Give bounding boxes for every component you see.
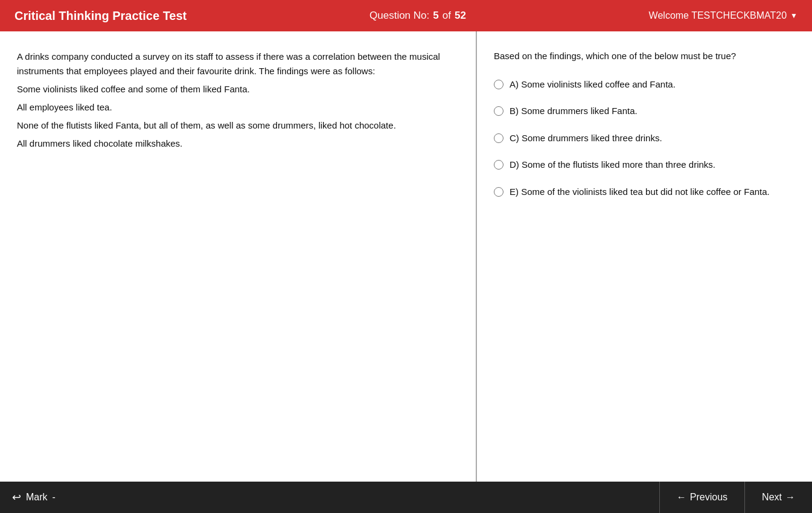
- radio-B[interactable]: [494, 106, 504, 116]
- passage-paragraph1: A drinks company conducted a survey on i…: [17, 49, 459, 78]
- radio-C[interactable]: [494, 133, 504, 143]
- question-info: Question No: 5 of 52: [369, 10, 466, 22]
- passage-line4: All drummers liked chocolate milkshakes.: [17, 136, 459, 151]
- chevron-down-icon: ▼: [790, 11, 798, 20]
- mark-label: Mark: [26, 492, 48, 503]
- option-E[interactable]: E) Some of the violinists liked tea but …: [494, 185, 795, 199]
- option-D[interactable]: D) Some of the flutists liked more than …: [494, 158, 795, 172]
- previous-label: Previous: [690, 492, 727, 503]
- mark-icon: ↩: [12, 491, 21, 504]
- question-label: Question No:: [369, 10, 429, 22]
- passage-line2: All employees liked tea.: [17, 100, 459, 115]
- app-title: Critical Thinking Practice Test: [14, 9, 187, 23]
- left-arrow-icon: ←: [677, 492, 686, 503]
- navigation-buttons: ← Previous Next →: [659, 482, 812, 513]
- label-E: E) Some of the violinists liked tea but …: [510, 185, 770, 199]
- user-menu[interactable]: Welcome TESTCHECKBMAT20 ▼: [649, 10, 798, 21]
- header: Critical Thinking Practice Test Question…: [0, 0, 812, 31]
- question-of: of: [443, 10, 451, 22]
- user-welcome-text: Welcome TESTCHECKBMAT20: [649, 10, 787, 21]
- mark-button[interactable]: ↩ Mark -: [0, 491, 68, 504]
- passage-panel: A drinks company conducted a survey on i…: [0, 31, 477, 482]
- question-text: Based on the findings, which one of the …: [494, 49, 795, 63]
- next-button[interactable]: Next →: [744, 482, 812, 513]
- label-C: C) Some drummers liked three drinks.: [510, 132, 662, 145]
- main-content: A drinks company conducted a survey on i…: [0, 31, 812, 482]
- passage-line1: Some violinists liked coffee and some of…: [17, 82, 459, 97]
- previous-button[interactable]: ← Previous: [659, 482, 744, 513]
- question-panel: Based on the findings, which one of the …: [477, 31, 812, 482]
- footer: ↩ Mark - ← Previous Next →: [0, 482, 812, 513]
- label-A: A) Some violinists liked coffee and Fant…: [510, 78, 676, 92]
- mark-dash: -: [53, 492, 56, 503]
- radio-A[interactable]: [494, 80, 504, 89]
- label-D: D) Some of the flutists liked more than …: [510, 158, 715, 172]
- passage-line3: None of the flutists liked Fanta, but al…: [17, 118, 459, 133]
- question-number: 5: [433, 10, 438, 22]
- label-B: B) Some drummers liked Fanta.: [510, 104, 638, 118]
- next-label: Next: [762, 492, 782, 503]
- right-arrow-icon: →: [785, 492, 795, 503]
- option-C[interactable]: C) Some drummers liked three drinks.: [494, 132, 795, 145]
- radio-D[interactable]: [494, 160, 504, 170]
- radio-E[interactable]: [494, 187, 504, 197]
- option-A[interactable]: A) Some violinists liked coffee and Fant…: [494, 78, 795, 92]
- option-B[interactable]: B) Some drummers liked Fanta.: [494, 104, 795, 118]
- question-total: 52: [455, 10, 466, 22]
